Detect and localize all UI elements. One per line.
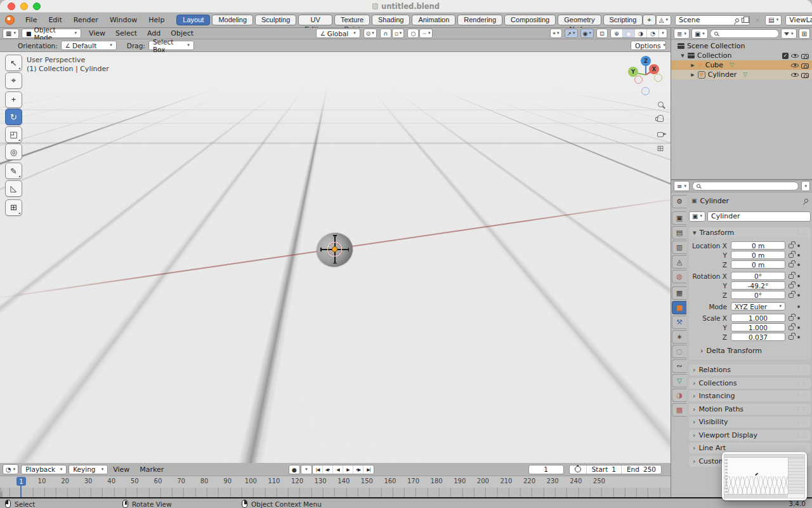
outliner-row-cylinder[interactable]: ▶ ▼ Cylinder ▽ [671, 70, 812, 79]
blender-logo-icon[interactable] [5, 15, 15, 25]
lock-icon[interactable] [789, 274, 794, 279]
animate-dot[interactable] [797, 336, 800, 338]
viewport-menu-object[interactable]: Object [166, 29, 199, 37]
rotation-y-field[interactable]: -49.2° [731, 281, 785, 290]
shading-wireframe-button[interactable]: ⊕ [611, 29, 623, 37]
panel-motion-paths[interactable]: ›Motion Paths⋮⋮ [689, 404, 811, 415]
properties-tab-tool[interactable]: ⚙ [672, 195, 686, 208]
use-preview-range-button[interactable] [570, 465, 587, 474]
disable-render-icon[interactable] [801, 62, 809, 69]
workspace-tab-shading[interactable]: Shading [372, 15, 410, 25]
navigation-gizmo[interactable]: Z X Y [624, 56, 668, 100]
workspace-tab-rendering[interactable]: Rendering [457, 15, 502, 25]
proportional-falloff-dropdown[interactable]: ~▾ [419, 29, 433, 38]
xray-toggle-button[interactable]: ⊡ [596, 29, 608, 38]
options-dropdown[interactable]: Options▾ [631, 41, 666, 50]
lock-icon[interactable] [789, 293, 794, 298]
delta-transform-panel[interactable]: ›Delta Transform [689, 346, 808, 355]
snap-toggle-button[interactable]: ∩ [380, 29, 391, 38]
animate-dot[interactable] [797, 317, 800, 319]
playhead[interactable]: 1 [16, 477, 26, 486]
workspace-tab-layout[interactable]: Layout [176, 15, 210, 25]
screenshot-preview-thumbnail[interactable] [722, 452, 807, 500]
animate-dot[interactable] [797, 284, 800, 287]
panel-relations[interactable]: ›Relations⋮⋮ [689, 364, 811, 375]
location-x-field[interactable]: 0 m [731, 241, 785, 250]
tl-menu-view[interactable]: View [108, 465, 134, 474]
rotation-mode-dropdown[interactable]: XYZ Euler▾ [731, 302, 785, 311]
timeline-ruler[interactable]: 1102030405060708090100110120130140150160… [0, 476, 671, 488]
outliner-editor-selector[interactable]: ≣▾ [674, 29, 690, 39]
properties-tab-physics[interactable]: ◌ [672, 345, 686, 358]
cursor-tool-button[interactable]: ⌖ [5, 72, 22, 89]
properties-tab-material[interactable]: ◑ [672, 389, 686, 402]
auto-key-options[interactable]: ▾ [301, 465, 312, 474]
workspace-tab-scripting[interactable]: Scripting [603, 15, 643, 25]
menu-edit[interactable]: Edit [43, 16, 67, 24]
measure-tool-button[interactable]: ◺ [5, 180, 22, 197]
animate-dot[interactable] [797, 294, 800, 297]
properties-editor-selector[interactable]: ≡▾ [674, 181, 690, 191]
viewport-menu-view[interactable]: View [84, 29, 110, 37]
scale-z-field[interactable]: 0.037 [731, 333, 785, 341]
lock-icon[interactable] [789, 263, 794, 267]
scale-tool-button[interactable]: ◰ [5, 126, 22, 143]
properties-tab-world[interactable]: ◍ [672, 270, 686, 283]
jump-to-start-button[interactable]: |◀ [313, 465, 323, 474]
pin-scene-icon[interactable] [735, 17, 740, 22]
scale-x-field[interactable]: 1.000 [731, 314, 785, 322]
add-cube-tool-button[interactable]: ⊞ [5, 199, 22, 216]
show-gizmo-dropdown[interactable]: ⌖▾ [550, 29, 562, 38]
menu-file[interactable]: File [20, 16, 43, 24]
properties-tab-modifiers[interactable]: ⚒ [672, 316, 686, 329]
zoom-button[interactable] [654, 98, 667, 110]
properties-tab-collection[interactable]: ▦ [672, 286, 686, 300]
mode-dropdown[interactable]: ■Object Mode▾ [22, 29, 81, 38]
workspace-tab-uv-editing[interactable]: UV Editing [298, 15, 332, 25]
keying-dropdown[interactable]: Keying▾ [69, 465, 108, 474]
scene-datablock-selector[interactable]: ◬▾ [656, 15, 671, 25]
viewlayer-name-field[interactable]: ViewLayer [785, 15, 812, 25]
menu-render[interactable]: Render [68, 16, 104, 24]
workspace-tab-modeling[interactable]: Modeling [212, 15, 253, 25]
jump-to-end-button[interactable]: ▶| [363, 465, 374, 474]
axis-x-ball[interactable]: X [649, 64, 659, 74]
workspace-tab-animation[interactable]: Animation [412, 15, 455, 25]
shading-material-button[interactable]: ◑ [635, 29, 647, 37]
timeline-ticks[interactable] [0, 488, 671, 497]
axis-minus-z-ball[interactable] [641, 87, 650, 95]
disable-render-icon[interactable] [801, 53, 809, 59]
proportional-editing-button[interactable]: ○ [407, 29, 419, 38]
tree-open-icon[interactable]: ▼ [680, 53, 685, 58]
move-tool-button[interactable]: + [5, 91, 22, 108]
annotate-tool-button[interactable]: ✎ [5, 163, 22, 179]
shading-rendered-button[interactable]: ◔ [647, 29, 659, 37]
next-keyframe-button[interactable]: •▶ [353, 465, 363, 474]
collection-checkbox[interactable]: ✓ [782, 53, 789, 59]
panel-visibility[interactable]: ›Visibility⋮⋮ [689, 417, 811, 427]
editor-type-selector[interactable]: ▦▾ [3, 29, 19, 39]
current-frame-field[interactable]: 1 [528, 465, 564, 474]
id-type-selector[interactable]: ▣▾ [689, 211, 705, 222]
prev-keyframe-button[interactable]: ◀• [323, 465, 333, 474]
axis-minus-x-ball[interactable] [634, 76, 643, 84]
panel-instancing[interactable]: ›Instancing⋮⋮ [689, 391, 811, 401]
shading-solid-button[interactable]: ● [623, 29, 635, 37]
rotation-x-field[interactable]: 0° [731, 272, 785, 280]
drag-dropdown[interactable]: Select Box▾ [148, 41, 194, 50]
snap-settings-dropdown[interactable]: ▫▾ [392, 29, 405, 38]
animate-dot[interactable] [797, 275, 800, 277]
location-z-field[interactable]: 0 m [731, 260, 785, 269]
new-scene-icon[interactable] [742, 18, 746, 23]
viewport-3d[interactable]: User Perspective (1) Collection | Cylind… [0, 52, 671, 463]
menu-help[interactable]: Help [143, 16, 170, 24]
animate-dot[interactable] [797, 264, 800, 266]
viewport-menu-select[interactable]: Select [110, 29, 142, 37]
select-box-tool-button[interactable]: ↖ [5, 55, 22, 71]
outliner-filter-dropdown[interactable]: ▾ [781, 29, 797, 39]
panel-collections[interactable]: ›Collections⋮⋮ [689, 378, 811, 389]
lock-icon[interactable] [789, 244, 794, 248]
transform-orientation-dropdown[interactable]: ∠Global▾ [316, 29, 360, 38]
location-y-field[interactable]: 0 m [731, 251, 785, 259]
hide-eye-icon[interactable] [791, 71, 799, 78]
